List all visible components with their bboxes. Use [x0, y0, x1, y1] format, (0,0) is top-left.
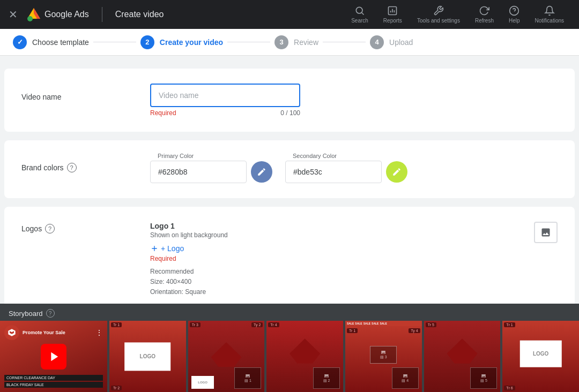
logos-row: Logos ? Logo 1 Shown on light background…: [21, 222, 558, 298]
logo-placeholder: [534, 222, 558, 243]
image-icon-5: [481, 373, 486, 379]
google-ads-wordmark: Google Ads: [44, 10, 89, 19]
storyboard-frame-6[interactable]: Tr 1 LOGO Tr 6: [502, 321, 579, 392]
logo-content: Logo 1 Shown on light background + Logo …: [150, 222, 513, 298]
storyboard-help-icon[interactable]: ?: [46, 309, 55, 318]
frame-4-img-label: ▤ 3: [380, 355, 387, 359]
image-icon-4: [381, 350, 386, 355]
step-3-circle: 3: [274, 35, 288, 49]
tools-icon: [433, 5, 444, 16]
close-button[interactable]: ✕: [9, 8, 18, 21]
add-logo-button[interactable]: + Logo: [150, 244, 184, 253]
frame-4-img4-label: ▤ 4: [402, 379, 409, 383]
step-connector-1: [93, 42, 136, 42]
step-2: 2 Create your video: [140, 35, 223, 49]
help-nav-button[interactable]: Help: [502, 3, 526, 26]
image-icon: [245, 373, 250, 379]
brand-colors-label: Brand colors: [21, 163, 64, 172]
frame-5-drop: [447, 338, 477, 364]
storyboard-frame-5[interactable]: Tr 5 ▤ 5: [424, 321, 501, 392]
help-icon: [509, 5, 519, 16]
frame-1-bottom-tag: Tr 2: [111, 386, 122, 390]
video-name-label-col: Video name: [21, 84, 129, 102]
nav-left: ✕ Google Ads Create video: [9, 7, 345, 22]
frame-6-inner: Tr 1 LOGO Tr 6: [502, 321, 579, 392]
logo-upload-button[interactable]: [534, 222, 558, 243]
svg-line-4: [362, 13, 364, 15]
frame-2-logo-text: LOGO: [198, 381, 207, 384]
youtube-play-button[interactable]: [41, 344, 66, 370]
play-icon: [46, 349, 61, 364]
add-logo-label: + Logo: [161, 244, 184, 253]
primary-color-swatch-button[interactable]: [251, 161, 272, 183]
storyboard-frame-3[interactable]: Tr 4 ▤ 2: [266, 321, 343, 392]
storyboard-frame-1[interactable]: Tr 1 LOGO Tr 2: [109, 321, 186, 392]
step-4: 4 Upload: [370, 35, 413, 49]
frame-6-tag: Tr 1: [504, 322, 515, 327]
video-name-input[interactable]: [150, 84, 300, 107]
storyboard-header: Storyboard ?: [0, 304, 579, 321]
search-nav-label: Search: [351, 18, 368, 24]
frame-3-tag: Tr 4: [268, 322, 279, 327]
step-4-label: Upload: [389, 38, 413, 47]
frame-4-inner: SALE SALE SALE SALE SALE Tr 1 ▤ 3 ▤ 4 Ty…: [345, 321, 422, 392]
refresh-icon: [479, 5, 489, 16]
storyboard-title: Storyboard: [9, 310, 43, 318]
logo-required: Required: [150, 255, 513, 262]
tools-nav-button[interactable]: Tools and settings: [411, 3, 466, 26]
secondary-color-label: Secondary Color: [291, 153, 339, 159]
pencil-icon: [257, 167, 266, 177]
primary-color-input[interactable]: [150, 161, 247, 183]
reports-icon: [387, 5, 398, 16]
frame-2-right-tag: Ty 2: [251, 322, 263, 327]
step-connector-2: [227, 42, 270, 42]
storyboard-frames: Promote Your Sale ⋮ Corner Clearance Day…: [0, 321, 579, 392]
preview-menu-dots[interactable]: ⋮: [95, 328, 103, 337]
refresh-nav-button[interactable]: Refresh: [469, 3, 500, 26]
secondary-color-swatch-button[interactable]: [386, 161, 407, 183]
brand-colors-row: Brand colors ? Primary Color: [21, 155, 558, 183]
logo-size: Size: 400×400: [150, 278, 191, 285]
frame-2-drop: [211, 342, 241, 367]
reports-nav-button[interactable]: Reports: [377, 3, 409, 26]
step-3: 3 Review: [274, 35, 318, 49]
logo-subtitle: Shown on light background: [150, 231, 513, 239]
notifications-nav-button[interactable]: Notifications: [529, 3, 570, 26]
plus-icon: [150, 244, 159, 253]
step-4-circle: 4: [370, 35, 384, 49]
search-nav-button[interactable]: Search: [345, 3, 375, 26]
page-title: Create video: [115, 10, 164, 19]
frame-2-image-1: ▤ 1: [234, 367, 261, 389]
logo-title: Logo 1: [150, 222, 513, 230]
logos-label-col: Logos ?: [21, 222, 129, 233]
frame-4-tag: Tr 1: [347, 328, 358, 333]
logos-help-icon[interactable]: ?: [45, 224, 55, 233]
secondary-color-input[interactable]: [285, 161, 382, 183]
brand-colors-help-icon[interactable]: ?: [67, 163, 77, 172]
preview-sale-text: Corner Clearance Day Black Friday Sale: [0, 373, 107, 392]
frame-2-inner: Tr 3 ▤ 1 LOGO Ty 2: [188, 321, 265, 392]
step-3-label: Review: [294, 38, 318, 47]
step-1: ✓ Choose template: [13, 35, 89, 49]
step-1-circle: ✓: [13, 35, 27, 49]
nav-right: Search Reports Tools and settings Refres…: [345, 3, 570, 26]
video-name-input-wrap: [150, 84, 558, 107]
primary-color-row: [150, 157, 272, 183]
frame-3-drop: [290, 338, 320, 364]
frame-5-image: ▤ 5: [470, 367, 497, 389]
preview-video-title: Promote Your Sale: [23, 330, 65, 335]
refresh-nav-label: Refresh: [475, 18, 494, 24]
svg-point-3: [356, 7, 362, 13]
frame-4-img4: ▤ 4: [392, 367, 419, 389]
help-nav-label: Help: [509, 18, 520, 24]
frame-5-img-label: ▤ 5: [480, 379, 487, 383]
storyboard-frame-4[interactable]: SALE SALE SALE SALE SALE Tr 1 ▤ 3 ▤ 4 Ty…: [345, 321, 422, 392]
notifications-icon: [544, 5, 555, 16]
frame-6-logo-box: LOGO: [519, 340, 561, 367]
notifications-nav-label: Notifications: [535, 18, 564, 24]
logo-orientation: Orientation: Square: [150, 288, 206, 296]
storyboard-frame-2[interactable]: Tr 3 ▤ 1 LOGO Ty 2: [188, 321, 265, 392]
frame-3-inner: Tr 4 ▤ 2: [266, 321, 343, 392]
secondary-color-wrap: Secondary Color: [285, 157, 407, 183]
frame-5-tag: Tr 5: [426, 322, 436, 327]
